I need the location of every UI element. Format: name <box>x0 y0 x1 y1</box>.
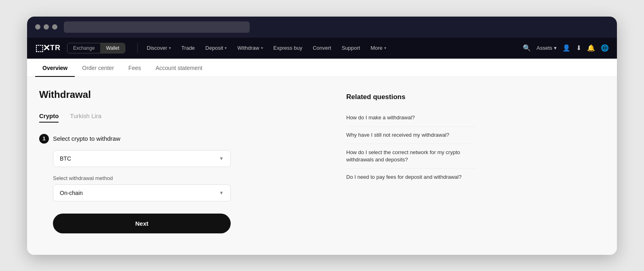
nav-express-buy[interactable]: Express buy <box>269 42 307 53</box>
browser-window: ⬚✕ TR Exchange Wallet Discover ▾ Trade D… <box>27 17 617 255</box>
window-controls <box>35 24 57 30</box>
exchange-mode-button[interactable]: Exchange <box>67 43 100 53</box>
faq-item-1[interactable]: How do I make a withdrawal? <box>346 109 476 127</box>
chevron-down-icon: ▼ <box>219 190 224 196</box>
nav-discover[interactable]: Discover ▾ <box>142 42 176 53</box>
search-button[interactable]: 🔍 <box>523 44 531 52</box>
crypto-dropdown-value: BTC <box>60 155 71 162</box>
nav-convert[interactable]: Convert <box>308 42 336 53</box>
left-panel: Withdrawal Crypto Turkish Lira 1 Select … <box>39 89 330 243</box>
address-bar[interactable] <box>64 21 250 33</box>
notifications-button[interactable]: 🔔 <box>587 44 595 52</box>
related-questions-title: Related questions <box>346 93 476 101</box>
sub-nav-order-center[interactable]: Order center <box>75 59 121 77</box>
chevron-down-icon: ▾ <box>261 46 263 50</box>
sub-nav-fees[interactable]: Fees <box>121 59 148 77</box>
window-dot-maximize <box>52 24 57 30</box>
method-dropdown[interactable]: On-chain ▼ <box>53 184 231 201</box>
nav-deposit[interactable]: Deposit ▾ <box>200 42 232 53</box>
navbar: ⬚✕ TR Exchange Wallet Discover ▾ Trade D… <box>27 38 617 59</box>
nav-trade[interactable]: Trade <box>177 42 200 53</box>
download-button[interactable]: ⬇ <box>576 44 581 52</box>
faq-item-3[interactable]: How do I select the correct network for … <box>346 144 476 169</box>
nav-links: Discover ▾ Trade Deposit ▾ Withdraw ▾ Ex… <box>142 42 523 53</box>
nav-right: 🔍 Assets ▾ 👤 ⬇ 🔔 🌐 <box>523 44 609 52</box>
main-content: Withdrawal Crypto Turkish Lira 1 Select … <box>27 77 617 255</box>
method-dropdown-value: On-chain <box>60 190 83 196</box>
tab-crypto[interactable]: Crypto <box>39 110 59 123</box>
nav-more[interactable]: More ▾ <box>366 42 391 53</box>
chevron-down-icon: ▾ <box>384 46 386 50</box>
logo-text: TR <box>50 44 61 52</box>
nav-divider <box>137 43 138 53</box>
assets-button[interactable]: Assets ▾ <box>537 45 557 51</box>
logo: ⬚✕ TR <box>35 43 61 53</box>
language-button[interactable]: 🌐 <box>601 44 609 52</box>
wallet-mode-button[interactable]: Wallet <box>100 43 125 53</box>
method-label: Select withdrawal method <box>53 175 330 181</box>
sub-nav: Overview Order center Fees Account state… <box>27 59 617 77</box>
step-1-badge: 1 <box>39 134 49 144</box>
logo-icon: ⬚✕ <box>35 43 49 53</box>
chevron-down-icon: ▾ <box>225 46 227 50</box>
window-dot-minimize <box>44 24 49 30</box>
faq-item-2[interactable]: Why have I still not received my withdra… <box>346 127 476 144</box>
chevron-down-icon: ▼ <box>219 156 224 161</box>
window-dot-close <box>35 24 40 30</box>
mode-toggle: Exchange Wallet <box>67 43 125 53</box>
page-title: Withdrawal <box>39 89 330 100</box>
chevron-down-icon: ▾ <box>169 46 171 50</box>
tabs-row: Crypto Turkish Lira <box>39 110 330 123</box>
sub-nav-overview[interactable]: Overview <box>35 59 75 77</box>
faq-item-4[interactable]: Do I need to pay fees for deposit and wi… <box>346 169 476 186</box>
crypto-dropdown[interactable]: BTC ▼ <box>53 150 231 167</box>
nav-withdraw[interactable]: Withdraw ▾ <box>232 42 267 53</box>
user-button[interactable]: 👤 <box>562 44 570 52</box>
step-1-row: 1 Select crypto to withdraw <box>39 134 330 144</box>
sub-nav-account-statement[interactable]: Account statement <box>148 59 210 77</box>
title-bar <box>27 17 617 38</box>
form-section: BTC ▼ Select withdrawal method On-chain … <box>39 150 330 233</box>
next-button[interactable]: Next <box>53 214 231 233</box>
right-panel: Related questions How do I make a withdr… <box>346 89 476 243</box>
chevron-down-icon: ▾ <box>554 45 557 51</box>
tab-turkish-lira[interactable]: Turkish Lira <box>70 110 101 123</box>
nav-support[interactable]: Support <box>337 42 365 53</box>
step-1-label: Select crypto to withdraw <box>53 135 120 142</box>
